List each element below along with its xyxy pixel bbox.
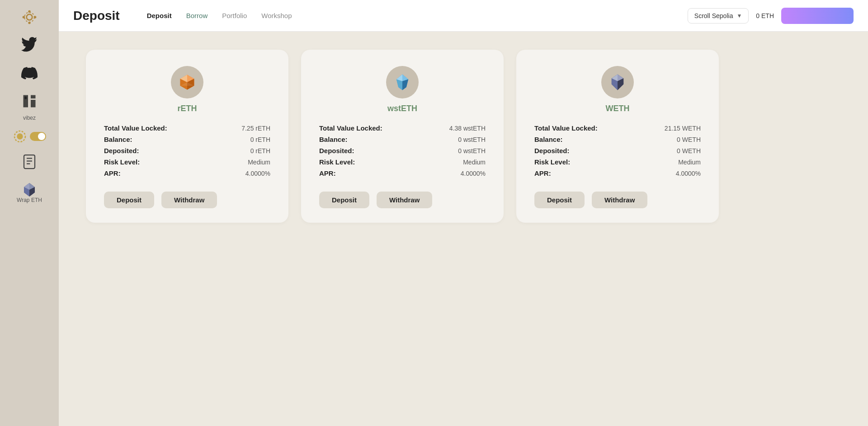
card-reth: rETH Total Value Locked: 7.25 rETH Balan… — [86, 50, 288, 223]
apr-label-0: APR: — [104, 169, 121, 177]
wrap-eth-section[interactable]: Wrap ETH — [17, 180, 42, 203]
nav-workshop[interactable]: Workshop — [261, 12, 292, 19]
card-header-2: WETH — [534, 66, 701, 113]
opensea-icon[interactable] — [19, 91, 39, 111]
balance-row-1: Balance: 0 wstETH — [319, 136, 486, 143]
token-icon-reth — [171, 66, 203, 98]
risk-label-2: Risk Level: — [534, 158, 570, 166]
vibez-label: vibez — [23, 115, 36, 121]
deposited-row-2: Deposited: 0 WETH — [534, 147, 701, 154]
content-area: rETH Total Value Locked: 7.25 rETH Balan… — [59, 32, 868, 426]
deposited-row-0: Deposited: 0 rETH — [104, 147, 270, 154]
risk-row-2: Risk Level: Medium — [534, 158, 701, 166]
cards-grid: rETH Total Value Locked: 7.25 rETH Balan… — [86, 50, 719, 223]
risk-label-0: Risk Level: — [104, 158, 140, 166]
risk-row-1: Risk Level: Medium — [319, 158, 486, 166]
risk-label-1: Risk Level: — [319, 158, 355, 166]
deposit-button-2[interactable]: Deposit — [534, 192, 585, 208]
deposited-value-2: 0 WETH — [677, 147, 701, 154]
header-right: Scroll Sepolia ▼ 0 ETH — [688, 8, 854, 24]
card-actions-0: Deposit Withdraw — [104, 192, 217, 208]
token-name-1: wstETH — [387, 104, 417, 113]
deposited-value-1: 0 wstETH — [458, 147, 486, 154]
balance-value-1: 0 wstETH — [458, 136, 486, 143]
tvl-value-0: 7.25 rETH — [241, 125, 270, 132]
svg-point-4 — [23, 16, 25, 18]
nav-portfolio[interactable]: Portfolio — [222, 12, 247, 19]
tvl-value-2: 21.15 WETH — [665, 125, 701, 132]
network-label: Scroll Sepolia — [694, 12, 733, 19]
card-header-0: rETH — [104, 66, 270, 113]
svg-point-3 — [28, 22, 30, 24]
docs-icon[interactable] — [19, 152, 39, 172]
svg-point-2 — [28, 10, 30, 13]
card-wsteth: wstETH Total Value Locked: 4.38 wstETH B… — [301, 50, 504, 223]
discord-icon[interactable] — [19, 63, 39, 83]
wrap-eth-label: Wrap ETH — [17, 197, 42, 203]
apr-row-0: APR: 4.0000% — [104, 169, 270, 177]
page-title: Deposit — [73, 9, 120, 23]
withdraw-button-0[interactable]: Withdraw — [161, 192, 217, 208]
card-header-1: wstETH — [319, 66, 486, 113]
network-selector[interactable]: Scroll Sepolia ▼ — [688, 8, 749, 23]
svg-point-7 — [17, 133, 23, 139]
wallet-address-button[interactable] — [781, 8, 854, 24]
token-name-0: rETH — [177, 104, 197, 113]
header: Deposit Deposit Borrow Portfolio Worksho… — [59, 0, 868, 32]
risk-value-2: Medium — [678, 159, 701, 166]
toggle-track[interactable] — [30, 132, 46, 141]
sidebar: vibez — [0, 0, 59, 426]
token-name-2: WETH — [606, 104, 630, 113]
deposited-value-0: 0 rETH — [250, 147, 270, 154]
deposited-label-0: Deposited: — [104, 147, 139, 154]
apr-label-2: APR: — [534, 169, 551, 177]
risk-value-0: Medium — [248, 159, 270, 166]
twitter-icon[interactable] — [19, 35, 39, 55]
tvl-row-2: Total Value Locked: 21.15 WETH — [534, 124, 701, 132]
deposited-row-1: Deposited: 0 wstETH — [319, 147, 486, 154]
svg-rect-6 — [25, 97, 27, 99]
settings-icon[interactable] — [19, 7, 39, 27]
toggle-switch[interactable] — [13, 129, 46, 144]
risk-value-1: Medium — [463, 159, 486, 166]
card-body-2: Total Value Locked: 21.15 WETH Balance: … — [534, 124, 701, 181]
deposit-button-0[interactable]: Deposit — [104, 192, 154, 208]
tvl-row-1: Total Value Locked: 4.38 wstETH — [319, 124, 486, 132]
balance-label-1: Balance: — [319, 136, 348, 143]
tvl-value-1: 4.38 wstETH — [449, 125, 486, 132]
withdraw-button-2[interactable]: Withdraw — [592, 192, 647, 208]
nav-borrow[interactable]: Borrow — [186, 12, 208, 19]
apr-label-1: APR: — [319, 169, 336, 177]
card-body-1: Total Value Locked: 4.38 wstETH Balance:… — [319, 124, 486, 181]
eth-balance: 0 ETH — [756, 12, 774, 19]
card-weth: WETH Total Value Locked: 21.15 WETH Bala… — [516, 50, 719, 223]
apr-value-0: 4.0000% — [245, 170, 270, 177]
apr-row-1: APR: 4.0000% — [319, 169, 486, 177]
svg-rect-9 — [24, 155, 35, 169]
balance-value-0: 0 rETH — [250, 136, 270, 143]
apr-row-2: APR: 4.0000% — [534, 169, 701, 177]
deposited-label-2: Deposited: — [534, 147, 570, 154]
apr-value-2: 4.0000% — [676, 170, 701, 177]
deposit-button-1[interactable]: Deposit — [319, 192, 369, 208]
balance-label-2: Balance: — [534, 136, 563, 143]
tvl-label-2: Total Value Locked: — [534, 124, 598, 132]
balance-label-0: Balance: — [104, 136, 132, 143]
card-actions-1: Deposit Withdraw — [319, 192, 432, 208]
withdraw-button-1[interactable]: Withdraw — [377, 192, 432, 208]
deposited-label-1: Deposited: — [319, 147, 354, 154]
token-icon-weth — [601, 66, 634, 98]
toggle-icon — [13, 129, 27, 144]
risk-row-0: Risk Level: Medium — [104, 158, 270, 166]
chevron-down-icon: ▼ — [736, 13, 742, 19]
nav-deposit[interactable]: Deposit — [147, 12, 172, 19]
card-body-0: Total Value Locked: 7.25 rETH Balance: 0… — [104, 124, 270, 181]
nav: Deposit Borrow Portfolio Workshop — [147, 12, 292, 19]
toggle-knob — [38, 133, 45, 140]
svg-point-0 — [27, 14, 33, 20]
balance-row-2: Balance: 0 WETH — [534, 136, 701, 143]
apr-value-1: 4.0000% — [461, 170, 486, 177]
tvl-label-1: Total Value Locked: — [319, 124, 382, 132]
card-actions-2: Deposit Withdraw — [534, 192, 647, 208]
balance-value-2: 0 WETH — [677, 136, 701, 143]
